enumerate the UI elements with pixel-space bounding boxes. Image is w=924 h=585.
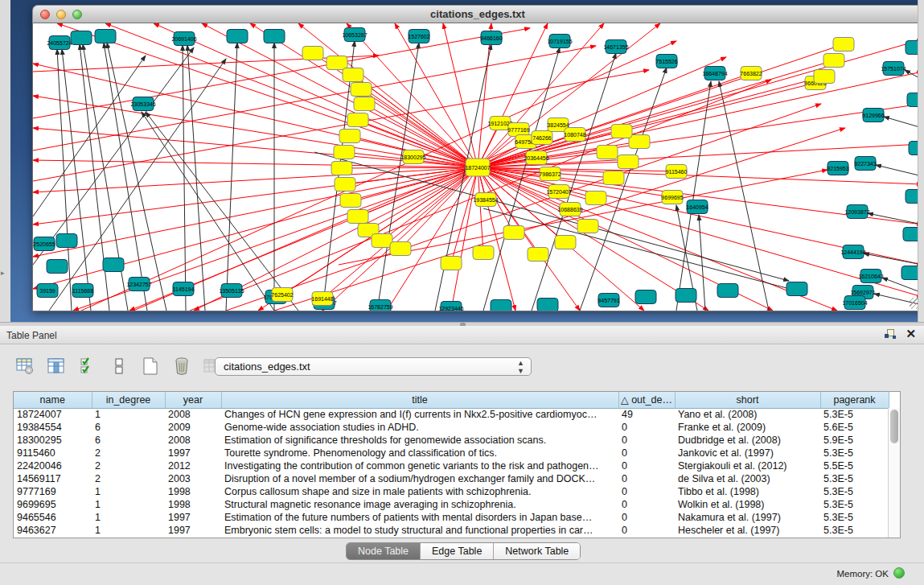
graph-node[interactable]: 10653287 [342,28,367,42]
graph-node[interactable] [343,68,363,82]
memory-ok-indicator[interactable] [893,567,905,579]
graph-node[interactable]: 16782759 [368,300,392,311]
table-row[interactable]: 2242004622012Investigating the contribut… [14,459,889,472]
graph-node[interactable]: 18300295 [400,150,425,164]
graph-node[interactable]: 9227343 [854,157,876,171]
table-row[interactable]: 946554611997Estimation of the future num… [14,511,889,524]
graph-node[interactable] [56,234,77,248]
graph-node[interactable]: 9457791 [598,294,619,307]
table-selector[interactable]: citations_edges.txt ▲▼ [215,357,532,376]
graph-node[interactable]: 9115460 [666,165,688,179]
column-chooser-icon[interactable] [46,356,67,377]
graph-node[interactable]: 7663822 [740,67,762,80]
tab-network-table[interactable]: Network Table [494,543,580,559]
network-window[interactable]: citations_edges.txt 24055724206914061065… [32,5,923,311]
graph-node[interactable] [302,47,323,60]
table-row[interactable]: 1938455462009Genome-wide association stu… [14,421,889,434]
table-row[interactable]: 946362711997Embryonic stem cells: a mode… [14,524,889,537]
graph-node[interactable] [264,30,285,43]
graph-node[interactable] [47,260,68,274]
table-row[interactable]: 1456911722003Disruption of a novel membe… [14,472,889,485]
graph-node[interactable] [354,97,375,111]
graph-node[interactable]: 10688639 [557,203,582,216]
graph-node[interactable] [717,284,738,298]
graph-node[interactable]: 7515526 [655,55,677,68]
graph-node[interactable]: 39159 [37,284,58,298]
graph-node[interactable] [103,258,124,272]
graph-node[interactable]: 17016504 [842,296,867,310]
table-settings-icon[interactable] [14,356,35,377]
tab-edge-table[interactable]: Edge Table [421,543,494,559]
graph-node[interactable] [833,38,854,51]
graph-node[interactable] [372,234,392,248]
graph-node[interactable]: 12093872 [844,205,869,219]
select-all-icon[interactable] [77,356,98,377]
graph-node[interactable] [635,290,656,304]
graph-node[interactable] [585,192,606,205]
table-row[interactable]: 969969511998Structural magnetic resonanc… [14,498,889,511]
row-height-icon[interactable] [109,356,129,377]
graph-node[interactable] [339,130,360,143]
table-row[interactable]: 1830029562008Estimation of significance … [14,434,889,447]
graph-node[interactable] [577,220,598,233]
graph-node[interactable]: 18724007 [465,159,490,176]
graph-node[interactable] [786,282,807,296]
graph-node[interactable] [814,70,835,84]
graph-node[interactable] [603,171,624,185]
graph-node[interactable]: 2520655 [33,237,55,251]
graph-node[interactable]: 9466160 [480,31,502,45]
graph-node[interactable]: 1080748 [564,128,585,142]
column-header-out_de[interactable]: △ out_de… [618,392,675,408]
graph-node[interactable] [611,125,632,138]
column-header-name[interactable]: name [14,392,92,408]
graph-node[interactable]: 12342757 [126,278,151,291]
table-row[interactable]: 1872400712008Changes of HCN gene express… [14,408,889,421]
tab-node-table[interactable]: Node Table [347,543,421,559]
graph-node[interactable]: 9215953 [827,162,848,175]
graph-node[interactable]: 16648794 [702,67,727,80]
new-table-icon[interactable] [140,356,161,377]
column-header-title[interactable]: title [221,392,618,408]
graph-node[interactable] [441,257,462,270]
column-header-pagerank[interactable]: pagerank [820,392,889,408]
graph-node[interactable] [676,289,696,303]
graph-node[interactable] [491,300,511,311]
network-window-titlebar[interactable]: citations_edges.txt [32,5,923,23]
graph-node[interactable]: 746266 [532,131,552,145]
graph-node[interactable]: 15751074 [881,62,906,76]
graph-node[interactable]: 20691406 [171,32,196,46]
graph-node[interactable] [555,236,576,249]
column-header-year[interactable]: year [165,392,221,408]
graph-node[interactable] [326,56,347,70]
graph-node[interactable]: 12923446 [438,302,463,311]
graph-node[interactable] [347,113,368,127]
graph-node[interactable] [503,226,524,240]
graph-node[interactable] [390,242,411,256]
column-header-short[interactable]: short [675,392,820,408]
graph-node[interactable]: 10719155 [547,35,572,48]
graph-node[interactable]: 1640954 [686,200,708,214]
graph-node[interactable]: 24055724 [47,36,72,50]
graph-node[interactable] [537,299,558,311]
graph-node[interactable] [473,246,494,260]
graph-node[interactable] [823,54,844,68]
graph-node[interactable]: 14671355 [603,40,628,54]
graph-node[interactable]: 20364456 [524,151,548,165]
graph-node[interactable]: 12444194 [840,245,865,259]
graph-node[interactable] [335,178,355,192]
graph-node[interactable] [528,248,548,262]
graph-node[interactable]: 9777169 [507,123,529,137]
float-panel-icon[interactable] [885,328,896,340]
graph-node[interactable]: 1527602 [408,30,429,43]
graph-node[interactable] [340,194,361,208]
graph-node[interactable] [347,210,368,224]
close-panel-icon[interactable]: ✕ [906,328,916,340]
graph-node[interactable] [331,162,352,175]
graph-node[interactable]: 15720407 [546,185,571,199]
graph-node[interactable] [334,146,355,159]
table-row[interactable]: 977716911998Corpus callosum shape and si… [14,485,889,498]
table-scrollbar[interactable] [888,408,900,538]
table-row[interactable]: 911546021997Tourette syndrome. Phenomeno… [14,447,889,459]
graph-node[interactable]: 1145194 [173,282,195,296]
graph-node[interactable] [71,31,92,45]
